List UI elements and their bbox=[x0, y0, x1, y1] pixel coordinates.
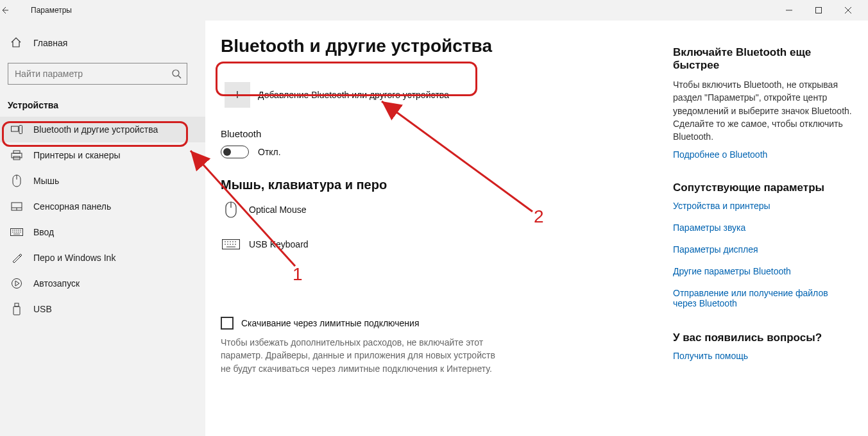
link-display[interactable]: Параметры дисплея bbox=[673, 244, 853, 255]
link-more-bluetooth[interactable]: Подробнее о Bluetooth bbox=[673, 149, 853, 160]
link-devices-printers[interactable]: Устройства и принтеры bbox=[673, 201, 853, 211]
autoplay-icon bbox=[10, 277, 23, 290]
aside-heading-related: Сопутствующие параметры bbox=[673, 181, 853, 194]
device-row[interactable]: USB Keyboard bbox=[221, 227, 670, 262]
toggle-knob bbox=[223, 148, 231, 156]
sidebar-item-label: Ввод bbox=[33, 227, 54, 237]
touchpad-icon bbox=[10, 200, 23, 213]
close-button[interactable] bbox=[833, 0, 863, 21]
metered-description: Чтобы избежать дополнительных расходов, … bbox=[221, 336, 503, 375]
maximize-button[interactable] bbox=[804, 0, 833, 21]
svg-rect-5 bbox=[12, 153, 22, 158]
search-input[interactable] bbox=[15, 69, 171, 79]
bluetooth-toggle[interactable] bbox=[221, 146, 249, 158]
svg-rect-12 bbox=[13, 306, 20, 315]
sidebar-home[interactable]: Главная bbox=[0, 29, 205, 56]
svg-rect-2 bbox=[12, 126, 19, 131]
back-button[interactable] bbox=[0, 6, 30, 15]
device-label: Optical Mouse bbox=[249, 205, 306, 215]
sidebar: Главная Устройства Bluetooth и другие ус… bbox=[0, 21, 205, 436]
sidebar-item-label: Перо и Windows Ink bbox=[33, 253, 115, 263]
sidebar-home-label: Главная bbox=[33, 38, 67, 48]
link-sound[interactable]: Параметры звука bbox=[673, 222, 853, 233]
printer-icon bbox=[10, 149, 23, 162]
sidebar-item-label: USB bbox=[33, 304, 52, 314]
pen-icon bbox=[10, 251, 23, 264]
main: Bluetooth и другие устройства + Добавлен… bbox=[205, 21, 868, 436]
sidebar-item-label: Автозапуск bbox=[33, 278, 80, 289]
search-box[interactable] bbox=[8, 63, 187, 85]
sidebar-item-label: Мышь bbox=[33, 176, 59, 186]
svg-rect-3 bbox=[19, 126, 22, 134]
mouse-icon bbox=[222, 201, 240, 219]
sidebar-item-mouse[interactable]: Мышь bbox=[0, 168, 205, 194]
titlebar: Параметры bbox=[0, 0, 868, 21]
svg-point-1 bbox=[173, 70, 179, 76]
metered-checkbox[interactable] bbox=[221, 317, 234, 330]
sidebar-item-label: Сенсорная панель bbox=[33, 201, 111, 212]
sidebar-item-autoplay[interactable]: Автозапуск bbox=[0, 271, 205, 296]
home-icon bbox=[10, 37, 23, 49]
usb-icon bbox=[10, 303, 23, 315]
aside-heading-quick: Включайте Bluetooth еще быстрее bbox=[673, 46, 853, 72]
plus-icon: + bbox=[225, 82, 250, 108]
metered-label: Скачивание через лимитные подключения bbox=[241, 318, 419, 328]
sidebar-item-label: Bluetooth и другие устройства bbox=[33, 124, 158, 135]
search-icon bbox=[171, 69, 182, 79]
sidebar-item-pen[interactable]: Перо и Windows Ink bbox=[0, 245, 205, 271]
aside: Включайте Bluetooth еще быстрее Чтобы вк… bbox=[673, 46, 853, 362]
devices-icon bbox=[10, 123, 23, 136]
sidebar-item-usb[interactable]: USB bbox=[0, 296, 205, 322]
add-device-button[interactable]: + Добавление Bluetooth или другого устро… bbox=[221, 74, 476, 115]
keyboard-icon bbox=[10, 226, 23, 239]
svg-rect-4 bbox=[13, 151, 20, 153]
mouse-icon bbox=[10, 174, 23, 187]
sidebar-section-title: Устройства bbox=[0, 96, 205, 117]
minimize-button[interactable] bbox=[774, 0, 804, 21]
bluetooth-label: Bluetooth bbox=[221, 128, 670, 139]
sidebar-item-touchpad[interactable]: Сенсорная панель bbox=[0, 194, 205, 219]
svg-rect-0 bbox=[816, 8, 822, 13]
svg-point-10 bbox=[12, 279, 22, 289]
keyboard-icon bbox=[222, 235, 240, 253]
link-get-help[interactable]: Получить помощь bbox=[673, 351, 853, 361]
aside-text-quick: Чтобы включить Bluetooth, не открывая ра… bbox=[673, 78, 853, 143]
link-send-receive[interactable]: Отправление или получение файлов через B… bbox=[673, 288, 853, 308]
device-row[interactable]: Optical Mouse bbox=[221, 192, 670, 227]
group-title-mouse-keyboard: Мышь, клавиатура и перо bbox=[221, 178, 670, 192]
add-device-label: Добавление Bluetooth или другого устройс… bbox=[258, 90, 449, 100]
sidebar-item-bluetooth[interactable]: Bluetooth и другие устройства bbox=[0, 117, 205, 142]
sidebar-item-label: Принтеры и сканеры bbox=[33, 150, 120, 160]
svg-rect-11 bbox=[15, 303, 19, 306]
sidebar-item-typing[interactable]: Ввод bbox=[0, 219, 205, 245]
bluetooth-state: Откл. bbox=[258, 147, 281, 157]
sidebar-item-printers[interactable]: Принтеры и сканеры bbox=[0, 142, 205, 168]
device-label: USB Keyboard bbox=[249, 239, 309, 249]
window-title: Параметры bbox=[30, 6, 72, 15]
aside-heading-questions: У вас появились вопросы? bbox=[673, 331, 853, 344]
link-other-bt[interactable]: Другие параметры Bluetooth bbox=[673, 266, 853, 276]
page-title: Bluetooth и другие устройства bbox=[221, 36, 670, 56]
